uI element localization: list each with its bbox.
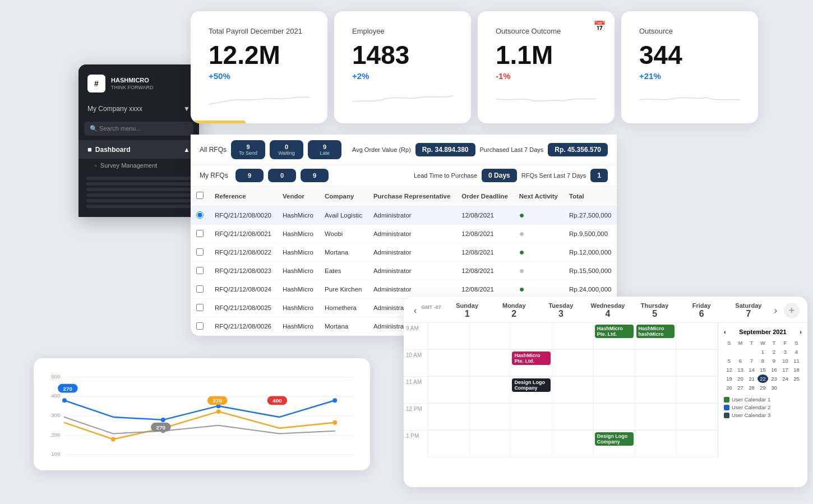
cal-cell-sun-9am[interactable] <box>428 323 470 349</box>
table-row[interactable]: RFQ/21/12/08/0022 HashMicro Mortana Admi… <box>191 243 617 262</box>
row-checkbox[interactable] <box>196 230 204 237</box>
mini-cal-day[interactable]: 17 <box>780 366 791 374</box>
row-checkbox[interactable] <box>196 304 204 311</box>
cal-cell-wed-1pm[interactable] <box>552 431 594 457</box>
cal-cell-sat-12pm[interactable] <box>676 404 718 430</box>
mini-cal-day[interactable]: 15 <box>757 366 768 374</box>
cal-cell-sun-11am[interactable] <box>428 377 470 403</box>
cal-event-tue-10am[interactable]: HashMicro Pte. Ltd. <box>512 352 551 365</box>
table-row[interactable]: RFQ/21/12/08/0020 HashMicro Avail Logist… <box>191 206 617 225</box>
mini-cal-day[interactable]: 5 <box>724 357 735 365</box>
cal-cell-sun-12pm[interactable] <box>428 404 470 430</box>
cal-cell-thu-9am[interactable]: HashMicro Pte. Ltd. <box>594 323 635 349</box>
cal-cell-sun-10am[interactable] <box>428 350 470 376</box>
cal-cell-sat-11am[interactable] <box>676 377 718 403</box>
cal-cell-sat-1pm[interactable] <box>676 431 718 457</box>
cal-cell-thu-10am[interactable] <box>594 350 635 376</box>
cal-cell-wed-9am[interactable] <box>552 323 594 349</box>
my-rfq-waiting[interactable]: 0 <box>268 169 296 182</box>
cal-event-thu-1pm[interactable]: Design Logo Company <box>595 432 634 446</box>
cal-next-btn[interactable]: › <box>772 306 779 316</box>
row-checkbox-cell[interactable] <box>191 317 209 336</box>
mini-cal-day[interactable]: 26 <box>724 383 735 392</box>
row-checkbox[interactable] <box>196 285 204 293</box>
col-select-all[interactable] <box>191 186 209 206</box>
row-checkbox[interactable] <box>196 211 204 219</box>
row-checkbox-cell[interactable] <box>191 206 209 225</box>
mini-cal-day[interactable]: 10 <box>780 357 791 365</box>
my-rfq-to-send[interactable]: 9 <box>235 169 264 182</box>
row-checkbox-cell[interactable] <box>191 243 209 262</box>
cal-cell-mon-9am[interactable] <box>470 323 511 349</box>
sidebar-item-survey-management[interactable]: Survey Management <box>78 159 199 172</box>
cal-cell-sun-1pm[interactable] <box>428 431 470 457</box>
cal-cell-sat-9am[interactable] <box>676 323 718 349</box>
cal-cell-tue-9am[interactable] <box>511 323 552 349</box>
cal-event-thu-9am[interactable]: HashMicro Pte. Ltd. <box>595 325 634 338</box>
sidebar-company-selector[interactable]: My Company xxxx ▼ <box>78 100 199 117</box>
cal-cell-fri-12pm[interactable] <box>635 404 677 430</box>
mini-cal-day[interactable]: 8 <box>757 357 768 365</box>
cal-cell-fri-9am[interactable]: HashMicro hashMicro <box>635 323 677 349</box>
cal-cell-thu-12pm[interactable] <box>594 404 635 430</box>
row-checkbox[interactable] <box>196 267 204 274</box>
table-row[interactable]: RFQ/21/12/08/0024 HashMicro Pure Kirchen… <box>191 280 617 299</box>
mini-cal-day[interactable]: 13 <box>735 366 746 374</box>
mini-cal-day[interactable]: 16 <box>769 366 779 374</box>
cal-cell-mon-11am[interactable] <box>470 377 511 403</box>
mini-cal-day[interactable]: 20 <box>735 374 746 383</box>
cal-cell-wed-10am[interactable] <box>552 350 594 376</box>
cal-cell-thu-1pm[interactable]: Design Logo Company <box>594 431 635 457</box>
mini-cal-day[interactable]: 24 <box>780 374 791 383</box>
mini-cal-day[interactable]: 14 <box>746 366 757 374</box>
mini-cal-day[interactable]: 27 <box>735 383 746 392</box>
stat-btn-late[interactable]: 9 Late <box>308 140 341 159</box>
row-checkbox-cell[interactable] <box>191 280 209 299</box>
cal-cell-fri-11am[interactable] <box>635 377 677 403</box>
cal-event-fri-9am[interactable]: HashMicro hashMicro <box>636 325 675 338</box>
mini-cal-day[interactable]: 12 <box>724 366 735 374</box>
cal-cell-fri-1pm[interactable] <box>635 431 677 457</box>
cal-cell-tue-1pm[interactable] <box>511 431 552 457</box>
mini-cal-day[interactable]: 7 <box>746 357 757 365</box>
table-row[interactable]: RFQ/21/12/08/0021 HashMicro Woobi Admini… <box>191 225 617 243</box>
mini-cal-day[interactable]: 4 <box>791 348 802 356</box>
cal-cell-sat-10am[interactable] <box>676 350 718 376</box>
mini-cal-day[interactable]: 29 <box>757 383 768 392</box>
cal-event-tue-11am[interactable]: Design Logo Company <box>512 378 551 392</box>
my-rfq-late[interactable]: 9 <box>301 169 329 182</box>
mini-cal-day[interactable]: 3 <box>780 348 791 356</box>
mini-cal-prev[interactable]: ‹ <box>724 329 726 335</box>
mini-cal-next[interactable]: › <box>800 329 802 335</box>
cal-prev-btn[interactable]: ‹ <box>412 306 419 316</box>
mini-cal-day[interactable]: 9 <box>769 357 779 365</box>
select-all-checkbox[interactable] <box>196 192 204 199</box>
row-checkbox-cell[interactable] <box>191 225 209 243</box>
cal-cell-tue-12pm[interactable] <box>511 404 552 430</box>
row-checkbox[interactable] <box>196 248 204 256</box>
cal-cell-fri-10am[interactable] <box>635 350 677 376</box>
mini-cal-day[interactable]: 25 <box>791 374 802 383</box>
cal-cell-mon-12pm[interactable] <box>470 404 511 430</box>
cal-cell-mon-10am[interactable] <box>470 350 511 376</box>
mini-cal-day[interactable]: 11 <box>791 357 802 365</box>
row-checkbox-cell[interactable] <box>191 299 209 317</box>
mini-cal-day[interactable]: 18 <box>791 366 802 374</box>
cal-cell-wed-11am[interactable] <box>552 377 594 403</box>
sidebar-search[interactable]: 🔍 Search menu... <box>84 122 193 136</box>
mini-cal-day[interactable]: 1 <box>757 348 768 356</box>
sidebar-item-dashboard[interactable]: ■ Dashboard ▲ <box>78 140 199 159</box>
mini-cal-day[interactable]: 30 <box>769 383 779 392</box>
mini-cal-day[interactable]: 6 <box>735 357 746 365</box>
row-checkbox-cell[interactable] <box>191 262 209 280</box>
stat-btn-waiting[interactable]: 0 Waiting <box>270 140 303 159</box>
mini-cal-day[interactable]: 19 <box>724 374 735 383</box>
mini-cal-day[interactable]: 23 <box>769 374 779 383</box>
mini-cal-day[interactable]: 22 <box>757 374 768 383</box>
cal-cell-tue-11am[interactable]: Design Logo Company <box>511 377 552 403</box>
cal-cell-mon-1pm[interactable] <box>470 431 511 457</box>
cal-cell-wed-12pm[interactable] <box>552 404 594 430</box>
mini-cal-day[interactable]: 28 <box>746 383 757 392</box>
table-row[interactable]: RFQ/21/12/08/0023 HashMicro Eates Admini… <box>191 262 617 280</box>
cal-cell-tue-10am[interactable]: HashMicro Pte. Ltd. <box>511 350 552 376</box>
